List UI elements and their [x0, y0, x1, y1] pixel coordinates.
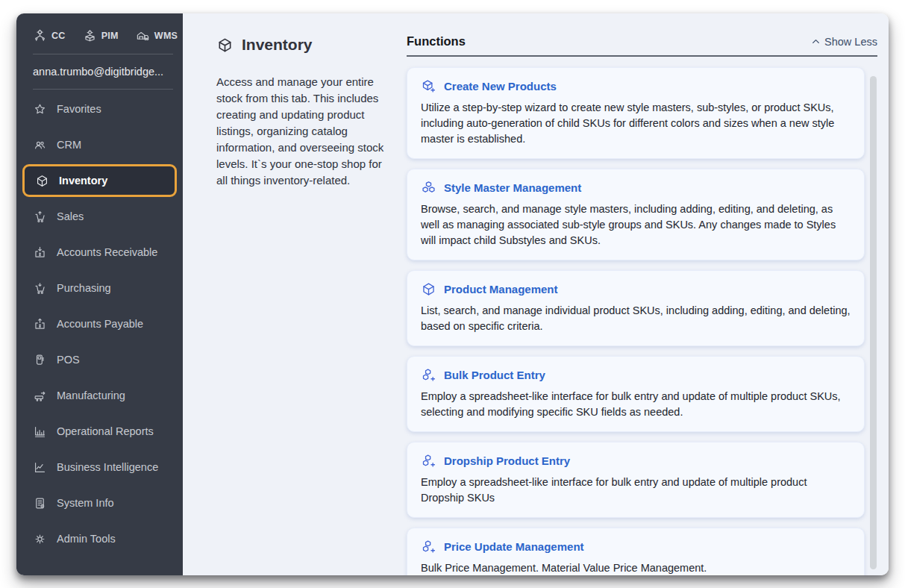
app-item-cc[interactable]: CC [33, 28, 66, 43]
app-item-label: PIM [101, 31, 119, 41]
pos-terminal-icon [33, 353, 47, 367]
box-arrow-up-icon [33, 317, 47, 331]
function-card-price-update-management[interactable]: Price Update Management Bulk Price Manag… [407, 528, 865, 575]
function-card-description: Browse, search, and manage style masters… [421, 201, 851, 248]
cube-icon [35, 174, 49, 188]
sidebar-item-purchasing[interactable]: Purchasing [16, 270, 183, 306]
sidebar-item-manufacturing[interactable]: Manufacturing [16, 378, 183, 413]
sidebar-item-business-intelligence[interactable]: Business Intelligence [16, 449, 183, 485]
show-less-button[interactable]: Show Less [811, 36, 877, 48]
sidebar-item-label: Inventory [59, 175, 107, 187]
function-card-title[interactable]: Create New Products [444, 80, 557, 93]
cart-down-icon [33, 281, 47, 295]
sidebar-item-sales[interactable]: Sales [16, 198, 183, 234]
page-title: Inventory [242, 36, 313, 54]
box-arrow-down-icon [33, 245, 47, 260]
sidebar-nav: Favorites CRM Inventory Sales Accounts R… [16, 91, 183, 557]
app-item-wms[interactable]: WMS [136, 28, 178, 43]
sidebar-item-label: Purchasing [57, 282, 111, 294]
sidebar-item-favorites[interactable]: Favorites [16, 91, 183, 127]
cubes-plus-icon [421, 539, 436, 554]
sidebar-item-pos[interactable]: POS [16, 342, 183, 378]
function-card-list: Create New Products Utilize a step-by-st… [407, 67, 865, 575]
function-card-title[interactable]: Dropship Product Entry [444, 454, 570, 467]
sidebar-item-system-info[interactable]: System Info [16, 485, 183, 521]
sidebar-item-label: Operational Reports [57, 425, 154, 437]
sidebar-item-label: Favorites [57, 103, 101, 115]
app-switcher: CC PIM WMS [16, 28, 183, 43]
functions-header: Functions Show Less [407, 34, 877, 57]
app-item-label: CC [51, 31, 66, 41]
function-card-title[interactable]: Product Management [444, 283, 558, 295]
conveyor-icon [33, 389, 47, 403]
function-card-description: Employ a spreadsheet-like interface for … [421, 475, 851, 506]
sidebar-item-label: Business Intelligence [57, 461, 158, 473]
sidebar-item-crm[interactable]: CRM [16, 127, 183, 163]
sidebar-item-label: Accounts Receivable [57, 246, 157, 258]
gear-box-icon [83, 28, 97, 43]
function-card-description: List, search, and manage individual prod… [421, 303, 851, 334]
sidebar: CC PIM WMS anna.trumbo@digitbridge... Fa… [16, 13, 183, 575]
function-card-title[interactable]: Style Master Management [444, 181, 581, 194]
user-email[interactable]: anna.trumbo@digitbridge... [16, 54, 183, 89]
sidebar-item-inventory[interactable]: Inventory [22, 164, 177, 197]
sidebar-item-label: Sales [57, 210, 84, 222]
app-item-pim[interactable]: PIM [83, 28, 119, 43]
vertical-scrollbar[interactable] [870, 76, 877, 569]
sidebar-item-label: Admin Tools [57, 533, 116, 545]
function-card-product-management[interactable]: Product Management List, search, and man… [407, 270, 865, 346]
function-card-description: Bulk Price Management. Material Value Pr… [421, 560, 851, 575]
cubes-cluster-icon [421, 180, 436, 196]
sidebar-item-label: Manufacturing [57, 390, 125, 401]
bar-chart-icon [33, 425, 47, 439]
sidebar-item-label: POS [57, 354, 80, 366]
sidebar-item-label: System Info [57, 497, 114, 509]
sidebar-divider [33, 89, 173, 90]
function-card-title[interactable]: Bulk Product Entry [444, 369, 545, 381]
function-card-description: Employ a spreadsheet-like interface for … [421, 389, 851, 420]
cube-icon [421, 281, 436, 297]
star-icon [33, 102, 47, 116]
show-less-label: Show Less [824, 36, 877, 48]
tab-description: Access and manage your entire stock from… [216, 74, 395, 189]
people-icon [33, 138, 47, 152]
cubes-plus-icon [421, 453, 436, 469]
document-info-icon [33, 496, 47, 510]
function-card-description: Utilize a step-by-step wizard to create … [421, 100, 851, 147]
main-content: Inventory Access and manage your entire … [183, 13, 889, 575]
tab-overview-panel: Inventory Access and manage your entire … [183, 13, 407, 575]
cube-plus-icon [421, 78, 436, 94]
sidebar-item-accounts-receivable[interactable]: Accounts Receivable [16, 234, 183, 270]
functions-title: Functions [407, 34, 466, 49]
function-card-style-master-management[interactable]: Style Master Management Browse, search, … [407, 169, 865, 260]
network-gear-icon [33, 28, 47, 43]
sidebar-item-label: Accounts Payable [57, 318, 143, 330]
warehouse-truck-icon [136, 28, 150, 43]
line-chart-icon [33, 460, 47, 475]
chevron-up-icon [811, 37, 821, 46]
app-window: CC PIM WMS anna.trumbo@digitbridge... Fa… [16, 13, 889, 575]
cube-icon [216, 37, 234, 54]
sidebar-item-accounts-payable[interactable]: Accounts Payable [16, 306, 183, 342]
cubes-plus-icon [421, 367, 436, 383]
sidebar-item-admin-tools[interactable]: Admin Tools [16, 521, 183, 557]
cart-up-icon [33, 210, 47, 224]
sidebar-item-label: CRM [57, 139, 81, 151]
functions-panel: Functions Show Less Create New Products … [407, 13, 889, 575]
function-card-create-new-products[interactable]: Create New Products Utilize a step-by-st… [407, 67, 865, 159]
function-card-bulk-product-entry[interactable]: Bulk Product Entry Employ a spreadsheet-… [407, 356, 865, 432]
function-card-dropship-product-entry[interactable]: Dropship Product Entry Employ a spreadsh… [407, 442, 865, 518]
sidebar-item-operational-reports[interactable]: Operational Reports [16, 413, 183, 449]
app-item-label: WMS [154, 31, 178, 41]
function-card-title[interactable]: Price Update Management [444, 540, 584, 553]
gear-icon [33, 532, 47, 546]
